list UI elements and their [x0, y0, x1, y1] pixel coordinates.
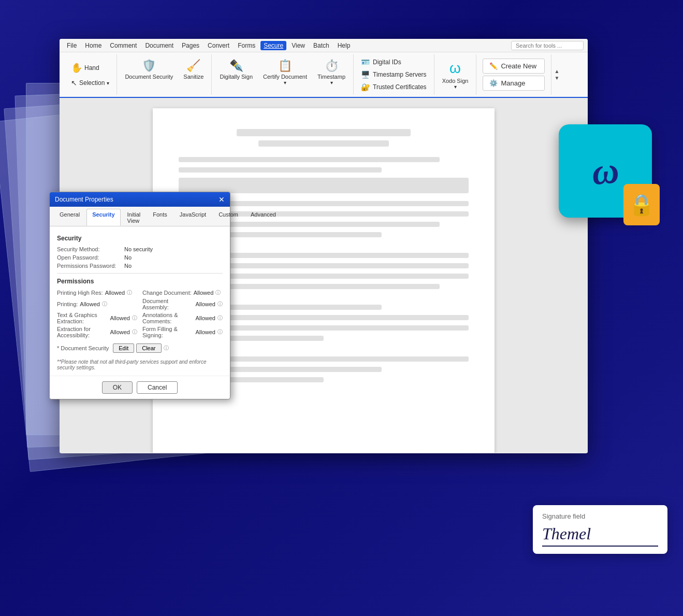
- perm-annotations-info[interactable]: ⓘ: [217, 314, 223, 322]
- clear-button[interactable]: Clear: [136, 343, 161, 353]
- permissions-password-value: No: [124, 263, 132, 269]
- perm-extraction-accessibility-info[interactable]: ⓘ: [132, 328, 137, 336]
- menu-batch[interactable]: Batch: [310, 41, 332, 50]
- dialog-body: Security Security Method: No security Op…: [50, 226, 230, 376]
- document-security-button[interactable]: 🛡️ Document Security: [121, 56, 177, 82]
- trusted-certificates-button[interactable]: 🔐 Trusted Certificates: [358, 81, 430, 93]
- tab-javascript[interactable]: JavaScript: [174, 209, 212, 226]
- timestamp-label: Timestamp: [317, 74, 345, 80]
- tab-advanced[interactable]: Advanced: [245, 209, 282, 226]
- perm-printing-label: Printing:: [57, 301, 78, 307]
- menu-search-input[interactable]: [511, 41, 584, 50]
- xodo-dropdown-icon: ▾: [454, 84, 457, 90]
- create-new-button[interactable]: ✏️ Create New: [483, 59, 545, 74]
- ribbon-scroll: ▲ ▼: [551, 54, 562, 95]
- menu-pages[interactable]: Pages: [179, 41, 202, 50]
- perm-document-assembly-value: Allowed: [195, 301, 215, 307]
- pen-icon: ✒️: [229, 59, 243, 73]
- perm-form-filling-value: Allowed: [195, 329, 215, 335]
- ribbon-scroll-up[interactable]: ▲: [553, 68, 561, 75]
- lock-icon: 🔒: [629, 193, 655, 217]
- tab-initial-view[interactable]: Initial View: [122, 209, 147, 226]
- document-properties-dialog: Document Properties ✕ General Security I…: [49, 192, 230, 399]
- perm-printing-high-res-info[interactable]: ⓘ: [127, 289, 132, 296]
- security-tools-row: 🛡️ Document Security 🧹 Sanitize: [121, 56, 207, 82]
- perm-form-filling: Form Filling & Signing: Allowed ⓘ: [142, 326, 223, 338]
- certify-document-button[interactable]: 📋 Certify Document ▾: [259, 56, 311, 88]
- menu-secure[interactable]: Secure: [260, 41, 286, 50]
- xodo-sign-icon: ω: [449, 60, 461, 77]
- perm-document-assembly-info[interactable]: ⓘ: [217, 300, 223, 308]
- menu-bar: File Home Comment Document Pages Convert…: [60, 39, 588, 52]
- tab-security[interactable]: Security: [86, 209, 120, 226]
- tab-fonts[interactable]: Fonts: [147, 209, 173, 226]
- xodo-widget: ω 🔒: [559, 124, 652, 218]
- edit-button[interactable]: Edit: [113, 343, 134, 353]
- perm-change-document: Change Document: Allowed ⓘ: [142, 289, 223, 296]
- tab-general[interactable]: General: [54, 209, 85, 226]
- dialog-close-button[interactable]: ✕: [219, 195, 225, 204]
- perm-change-document-label: Change Document:: [142, 290, 192, 296]
- digital-ids-button[interactable]: 🪪 Digital IDs: [358, 56, 430, 68]
- perm-change-document-info[interactable]: ⓘ: [215, 289, 221, 296]
- menu-help[interactable]: Help: [335, 41, 354, 50]
- perm-annotations-value: Allowed: [195, 315, 215, 321]
- sign-tools-row: ✒️ Digitally Sign 📋 Certify Document ▾ ⏱…: [216, 56, 349, 88]
- open-password-row: Open Password: No: [57, 254, 223, 261]
- menu-forms[interactable]: Forms: [235, 41, 258, 50]
- doc-block-1: [179, 178, 469, 193]
- doc-line-subtitle: [258, 140, 389, 147]
- tab-custom[interactable]: Custom: [213, 209, 244, 226]
- hand-button[interactable]: ✋ Hand: [68, 61, 112, 75]
- manage-button[interactable]: ⚙️ Manage: [483, 76, 545, 91]
- perm-printing: Printing: Allowed ⓘ: [57, 298, 137, 310]
- selection-button[interactable]: ↖ Selection ▾: [68, 77, 112, 89]
- timestamp-button[interactable]: ⏱️ Timestamp ▾: [314, 56, 349, 88]
- clock-icon: ⏱️: [325, 59, 339, 73]
- digitally-sign-button[interactable]: ✒️ Digitally Sign: [216, 56, 256, 82]
- tab-custom-label: Custom: [219, 211, 238, 218]
- signature-card: Signature field Themel: [533, 505, 667, 554]
- permissions-section-title: Permissions: [57, 278, 223, 285]
- dialog-title: Document Properties: [55, 196, 113, 203]
- menu-home[interactable]: Home: [82, 41, 105, 50]
- perm-form-filling-info[interactable]: ⓘ: [217, 328, 223, 336]
- doc-security-label: * Document Security: [57, 345, 109, 351]
- ribbon-scroll-down[interactable]: ▼: [553, 75, 561, 81]
- perm-extraction-accessibility-value: Allowed: [110, 329, 130, 335]
- cancel-button[interactable]: Cancel: [137, 381, 178, 394]
- certify-document-label: Certify Document: [263, 74, 307, 80]
- xodo-logo: ω: [590, 151, 620, 191]
- server-icon: 🖥️: [361, 70, 370, 79]
- certificate-icon: 📋: [278, 59, 292, 73]
- create-new-icon: ✏️: [489, 62, 498, 70]
- menu-file[interactable]: File: [64, 41, 80, 50]
- perm-printing-info[interactable]: ⓘ: [102, 300, 107, 308]
- perm-change-document-value: Allowed: [194, 290, 214, 296]
- permissions-password-label: Permissions Password:: [57, 263, 124, 269]
- manage-label: Manage: [501, 79, 525, 87]
- manage-icon: ⚙️: [489, 79, 498, 87]
- menu-view[interactable]: View: [288, 41, 308, 50]
- lock-badge: 🔒: [623, 184, 660, 225]
- perm-text-graphics-info[interactable]: ⓘ: [132, 314, 137, 322]
- perm-printing-high-res-label: Printing High Res:: [57, 290, 103, 296]
- xodo-sign-label: Xodo Sign: [442, 78, 469, 84]
- sanitize-button[interactable]: 🧹 Sanitize: [180, 56, 207, 82]
- menu-convert[interactable]: Convert: [205, 41, 232, 50]
- perm-document-assembly: Document Assembly: Allowed ⓘ: [142, 298, 223, 310]
- tab-security-label: Security: [92, 211, 114, 218]
- timestamp-servers-button[interactable]: 🖥️ Timestamp Servers: [358, 69, 430, 80]
- security-section-title: Security: [57, 235, 223, 242]
- menu-comment[interactable]: Comment: [107, 41, 140, 50]
- hand-label: Hand: [84, 64, 99, 71]
- doc-security-info-icon[interactable]: ⓘ: [164, 345, 169, 352]
- xodo-sign-button[interactable]: ω Xodo Sign ▾: [439, 56, 472, 93]
- create-new-label: Create New: [501, 62, 536, 70]
- ok-button[interactable]: OK: [102, 381, 133, 394]
- signature-field-label: Signature field: [542, 512, 658, 520]
- perm-form-filling-label: Form Filling & Signing:: [142, 326, 193, 338]
- menu-document[interactable]: Document: [142, 41, 177, 50]
- perm-annotations: Annotations & Comments: Allowed ⓘ: [142, 312, 223, 324]
- open-password-value: No: [124, 254, 132, 261]
